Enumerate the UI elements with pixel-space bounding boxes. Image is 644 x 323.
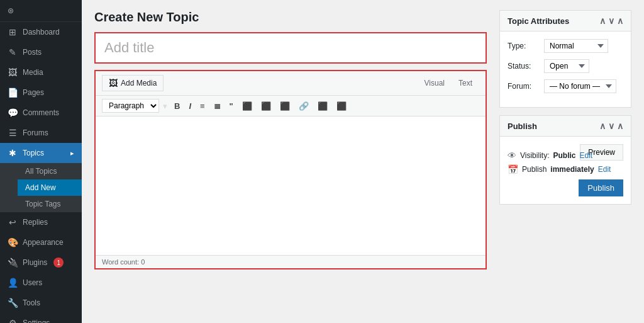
- sidebar-item-label: Topics: [23, 149, 44, 157]
- publish-time-label: Publish: [522, 165, 547, 174]
- editor-container: 🖼 Add Media Visual Text: [94, 70, 487, 269]
- forum-select[interactable]: — No forum —: [544, 79, 616, 93]
- replies-icon: ↩: [8, 217, 18, 227]
- fullscreen-button[interactable]: ⬛: [333, 99, 350, 113]
- forum-label: Forum:: [508, 82, 539, 91]
- main-content: Create New Topic 🖼 Add Media Visual Text: [82, 0, 644, 323]
- visibility-value: Public: [553, 151, 575, 160]
- topic-tags-label: Topic Tags: [25, 200, 60, 208]
- sidebar-sub-all-topics[interactable]: All Topics: [18, 163, 82, 179]
- media-icon: 🖼: [8, 67, 18, 77]
- appearance-icon: 🎨: [8, 237, 18, 247]
- chevron-up-icon[interactable]: ∧: [599, 16, 606, 26]
- type-select[interactable]: Normal Sticky Super Sticky: [544, 39, 608, 53]
- tab-visual[interactable]: Visual: [418, 76, 452, 91]
- bold-button[interactable]: B: [171, 99, 183, 113]
- word-count: Word count: 0: [102, 258, 145, 266]
- dashboard-icon: ⊞: [8, 27, 18, 37]
- sidebar-item-topics[interactable]: ✱ Topics ▸: [0, 143, 82, 163]
- sidebar-item-plugins[interactable]: 🔌 Plugins 1: [0, 252, 82, 273]
- sidebar-item-comments[interactable]: 💬 Comments: [0, 103, 82, 123]
- forum-row: Forum: — No forum —: [508, 79, 623, 93]
- publish-close-icon[interactable]: ∧: [617, 121, 623, 131]
- view-tabs: Visual Text: [418, 76, 479, 91]
- add-media-label: Add Media: [121, 79, 157, 88]
- visibility-icon: 👁: [508, 150, 516, 161]
- sidebar-item-label: Forums: [23, 128, 48, 137]
- sidebar-item-media[interactable]: 🖼 Media: [0, 62, 82, 82]
- sidebar-item-label: Dashboard: [23, 28, 60, 37]
- sidebar-item-forums[interactable]: ☰ Forums: [0, 123, 82, 143]
- publish-chevron-up-icon[interactable]: ∧: [599, 121, 606, 131]
- link-button[interactable]: 🔗: [296, 99, 312, 113]
- align-center-button[interactable]: ⬛: [258, 99, 274, 113]
- topic-title-input[interactable]: [94, 32, 487, 64]
- add-media-button[interactable]: 🖼 Add Media: [102, 75, 164, 91]
- forums-icon: ☰: [8, 128, 18, 138]
- publish-panel: Publish ∧ ∨ ∧ Preview 👁 Vi: [499, 115, 631, 205]
- align-left-button[interactable]: ⬛: [239, 99, 255, 113]
- pages-icon: 📄: [8, 88, 18, 98]
- plugins-badge: 1: [53, 258, 64, 268]
- sidebar-sub-add-new[interactable]: Add New: [18, 179, 82, 196]
- content-area: Create New Topic 🖼 Add Media Visual Text: [82, 0, 644, 323]
- sidebar-item-replies[interactable]: ↩ Replies: [0, 212, 82, 232]
- topics-submenu: All Topics Add New Topic Tags: [0, 163, 82, 212]
- add-media-icon: 🖼: [109, 78, 118, 88]
- type-label: Type:: [508, 42, 539, 50]
- page-title: Create New Topic: [94, 10, 487, 25]
- sidebar-item-posts[interactable]: ✎ Posts: [0, 42, 82, 62]
- sidebar-item-tools[interactable]: 🔧 Tools: [0, 293, 82, 313]
- publish-chevron-down-icon[interactable]: ∨: [608, 121, 614, 131]
- sidebar: ⊛ ⊞ Dashboard ✎ Posts 🖼 Media 📄 Pages 💬 …: [0, 0, 82, 323]
- italic-button[interactable]: I: [186, 99, 194, 113]
- sidebar-item-label: Settings: [23, 319, 50, 323]
- publish-title: Publish: [508, 122, 537, 131]
- comments-icon: 💬: [8, 108, 18, 118]
- align-right-button[interactable]: ⬛: [277, 99, 293, 113]
- publish-panel-controls: ∧ ∨ ∧: [599, 121, 623, 131]
- sidebar-sub-topic-tags[interactable]: Topic Tags: [18, 196, 82, 212]
- publish-time-row: 📅 Publish immediately Edit: [508, 164, 623, 174]
- topics-arrow-icon: ▸: [70, 149, 74, 157]
- visibility-edit-link[interactable]: Edit: [579, 151, 592, 160]
- tab-text[interactable]: Text: [452, 76, 479, 91]
- publish-body: Preview 👁 Visibility: Public Edit 📅 Publ…: [500, 137, 631, 204]
- chevron-down-icon[interactable]: ∨: [608, 16, 614, 26]
- wp-icon: ⊛: [8, 6, 14, 15]
- sidebar-item-label: Posts: [23, 48, 42, 57]
- panels-section: Topic Attributes ∧ ∨ ∧ Type: Normal Stic…: [499, 10, 631, 313]
- sidebar-item-users[interactable]: 👤 Users: [0, 273, 82, 293]
- publish-button[interactable]: Publish: [579, 179, 623, 196]
- publish-time-value: immediately: [550, 165, 594, 174]
- sidebar-item-label: Plugins: [23, 258, 47, 267]
- publish-actions: Publish: [508, 179, 623, 196]
- sidebar-item-dashboard[interactable]: ⊞ Dashboard: [0, 22, 82, 42]
- more-button[interactable]: ⬛: [314, 99, 331, 113]
- topic-attributes-header: Topic Attributes ∧ ∨ ∧: [500, 11, 631, 31]
- editor-body[interactable]: [96, 116, 486, 255]
- type-row: Type: Normal Sticky Super Sticky: [508, 39, 623, 53]
- sidebar-item-appearance[interactable]: 🎨 Appearance: [0, 232, 82, 252]
- topic-attributes-body: Type: Normal Sticky Super Sticky Status:…: [500, 31, 631, 107]
- status-select[interactable]: Open Closed: [544, 59, 589, 73]
- format-select[interactable]: Paragraph: [102, 99, 159, 113]
- topic-attributes-title: Topic Attributes: [508, 16, 569, 26]
- publish-time-edit-link[interactable]: Edit: [598, 165, 611, 174]
- close-panel-icon[interactable]: ∧: [617, 16, 623, 26]
- add-new-label: Add New: [25, 183, 56, 192]
- visibility-row: 👁 Visibility: Public Edit: [508, 150, 580, 161]
- ol-button[interactable]: ≣: [211, 99, 224, 113]
- sidebar-item-label: Tools: [23, 298, 40, 307]
- sidebar-item-settings[interactable]: ⚙ Settings: [0, 313, 82, 323]
- panel-controls: ∧ ∨ ∧: [599, 16, 623, 26]
- settings-icon: ⚙: [8, 318, 18, 323]
- ul-button[interactable]: ≡: [197, 99, 208, 113]
- sidebar-item-pages[interactable]: 📄 Pages: [0, 82, 82, 103]
- sidebar-item-label: Pages: [23, 88, 44, 97]
- sidebar-item-label: Media: [23, 68, 43, 77]
- posts-icon: ✎: [8, 47, 18, 57]
- blockquote-button[interactable]: ": [226, 99, 236, 113]
- sidebar-item-label: Appearance: [23, 238, 64, 247]
- editor-footer: Word count: 0: [96, 255, 486, 268]
